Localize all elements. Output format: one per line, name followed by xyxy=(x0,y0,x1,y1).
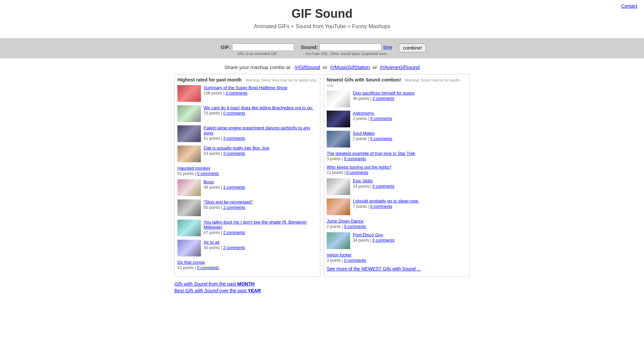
share-link-animegif[interactable]: /r/AnimeGifSound xyxy=(380,64,420,70)
gif-comments-link[interactable]: 0 comments xyxy=(370,204,392,209)
gif-comments-link[interactable]: 0 comments xyxy=(373,238,394,243)
see-more-newest-link[interactable]: See more of the NEWEST Gifs with Sound .… xyxy=(327,266,421,272)
gif-title-link[interactable]: Post-Disco Guy xyxy=(353,232,394,237)
gif-thumbnail xyxy=(327,111,350,127)
gif-meta: 24 points | 0 comments xyxy=(353,184,394,189)
site-title: GIF Sound xyxy=(0,7,644,21)
highest-rated-header: Highest rated for past month Warning: So… xyxy=(177,77,317,82)
list-item: Who keeps turning out the lights?11 poin… xyxy=(327,165,467,175)
list-item: Astronomy.2 points | 0 comments xyxy=(327,111,467,127)
sound-hint: YouTube URL. Other sound types supported… xyxy=(301,52,392,56)
gif-comments-link[interactable]: 0 comments xyxy=(197,171,219,176)
gif-title-link[interactable]: You talkin bout me I don't see the shade… xyxy=(204,220,317,230)
gif-meta: 3 points | 0 comments xyxy=(327,157,415,161)
share-text: Share your mashup combo at xyxy=(224,64,290,70)
gif-comments-link[interactable]: 2 comments xyxy=(223,205,245,210)
gif-comments-link[interactable]: 0 comments xyxy=(370,136,392,141)
bottom-links: Gifs with Sound from the past MONTH Best… xyxy=(171,281,473,293)
newest-gifs-list: Dog sacrifices himself for puppy46 point… xyxy=(327,90,467,263)
tagline: Animated GIFs + Sound from YouTube = Fun… xyxy=(0,23,644,29)
gif-meta: 2 points | 0 comments xyxy=(327,224,366,229)
list-item: Do that conga41 points | 0 comments xyxy=(177,260,317,270)
gif-title-link[interactable]: Haunted monkey xyxy=(177,166,219,171)
list-item: Boop49 points | 1 comments xyxy=(177,179,317,196)
gif-meta: 106 points | 3 comments xyxy=(204,91,287,96)
gif-title-link[interactable]: Soul Mates xyxy=(353,131,392,136)
gif-title-link[interactable]: Who keeps turning out the lights? xyxy=(327,165,391,170)
year-archive-link[interactable]: Best Gifs with Sound over the past YEAR xyxy=(174,288,261,293)
gif-comments-link[interactable]: 3 comments xyxy=(223,136,245,141)
gif-title-link[interactable]: melon fucker xyxy=(327,252,366,257)
gif-title-link[interactable]: The greatest example of true love in Sta… xyxy=(327,151,415,156)
list-item: Soul Mates2 points | 0 comments xyxy=(327,131,467,147)
gif-thumbnail xyxy=(177,199,201,216)
gif-comments-link[interactable]: 0 comments xyxy=(346,170,368,175)
list-item: Failed siege engine experiment dances pe… xyxy=(177,125,317,142)
gif-input[interactable] xyxy=(232,44,294,51)
gif-label: GIF: xyxy=(221,44,231,50)
gif-comments-link[interactable]: 0 comments xyxy=(370,116,392,121)
highest-rated-warning: Warning: Some links may be for adults on… xyxy=(246,78,317,82)
list-item: Summary of the Super Bowl Halftime Show1… xyxy=(177,85,317,102)
gif-comments-link[interactable]: 3 comments xyxy=(223,151,245,156)
gif-title-link[interactable]: Summary of the Super Bowl Halftime Show xyxy=(204,85,287,90)
gif-title-link[interactable]: Jump Down Dance xyxy=(327,219,366,224)
list-item: "Stop and be recognised"50 points | 2 co… xyxy=(177,199,317,216)
gif-title-link[interactable]: Air to air xyxy=(204,240,245,245)
gif-meta: 46 points | 2 comments xyxy=(353,96,415,101)
gif-meta: 70 points | 0 comments xyxy=(204,111,313,116)
gif-title-link[interactable]: Dali is actually really into Bon Jovi xyxy=(204,145,269,150)
gif-comments-link[interactable]: 2 comments xyxy=(223,230,245,235)
list-item: You talkin bout me I don't see the shade… xyxy=(177,220,317,236)
gif-meta: 49 points | 1 comments xyxy=(204,185,245,190)
gif-meta: 53 points | 3 comments xyxy=(204,151,269,156)
highest-rated-panel: Highest rated for past month Warning: So… xyxy=(174,74,320,277)
month-archive-link[interactable]: Gifs with Sound from the past MONTH xyxy=(174,281,255,287)
gif-comments-link[interactable]: 1 comments xyxy=(223,185,245,190)
gif-meta: 34 points | 0 comments xyxy=(353,238,394,243)
gif-comments-link[interactable]: 3 comments xyxy=(225,91,247,96)
gif-thumbnail xyxy=(327,198,350,215)
sound-input[interactable] xyxy=(319,44,381,51)
list-item: I should probably go to sleep now.7 poin… xyxy=(327,198,467,215)
gif-comments-link[interactable]: 0 comments xyxy=(344,258,366,263)
gif-comments-link[interactable]: 0 comments xyxy=(373,184,394,189)
gif-meta: 47 points | 2 comments xyxy=(204,230,317,235)
list-item: The greatest example of true love in Sta… xyxy=(327,151,467,161)
gif-thumbnail xyxy=(177,105,201,122)
gif-title-link[interactable]: Epic Skillz xyxy=(353,178,394,183)
contact-link[interactable]: Contact xyxy=(621,3,637,9)
list-item: We cant do it man! thats like telling Br… xyxy=(177,105,317,122)
newest-gifs-header: Newest Gifs with Sound combos! Warning: … xyxy=(327,77,467,88)
gif-title-link[interactable]: Boop xyxy=(204,179,245,184)
share-link-gifsound[interactable]: /r/GifSound xyxy=(294,64,320,70)
gif-meta: 2 points | 0 comments xyxy=(353,136,392,141)
gif-title-link[interactable]: Dog sacrifices himself for puppy xyxy=(353,90,415,96)
gif-thumbnail xyxy=(177,145,201,162)
gif-title-link[interactable]: Astronomy. xyxy=(353,111,392,116)
share-link-musicgif[interactable]: /r/MusicGifStation xyxy=(330,64,370,70)
gif-thumbnail xyxy=(327,90,350,107)
gif-comments-link[interactable]: 0 comments xyxy=(344,157,366,161)
gif-title-link[interactable]: "Stop and be recognised" xyxy=(204,199,253,204)
combine-button[interactable]: combine! xyxy=(399,44,426,52)
gif-title-link[interactable]: Do that conga xyxy=(177,260,219,265)
gif-comments-link[interactable]: 2 comments xyxy=(223,245,245,250)
gif-meta: 7 points | 0 comments xyxy=(353,204,419,209)
list-item: Jump Down Dance2 points | 0 comments xyxy=(327,219,467,229)
list-item: Dog sacrifices himself for puppy46 point… xyxy=(327,90,467,107)
gif-comments-link[interactable]: 2 comments xyxy=(373,96,394,101)
gif-title-link[interactable]: We cant do it man! thats like telling Br… xyxy=(204,105,313,110)
list-item: melon fucker3 points | 0 comments xyxy=(327,252,467,263)
gif-thumbnail xyxy=(177,85,201,102)
gif-title-link[interactable]: Failed siege engine experiment dances pe… xyxy=(204,125,317,135)
gif-thumbnail xyxy=(177,179,201,196)
gif-title-link[interactable]: I should probably go to sleep now. xyxy=(353,198,419,203)
gif-comments-link[interactable]: 0 comments xyxy=(223,111,245,116)
gif-comments-link[interactable]: 0 comments xyxy=(197,265,219,270)
gif-meta: 41 points | 0 comments xyxy=(177,265,219,270)
list-item: Epic Skillz24 points | 0 comments xyxy=(327,178,467,195)
time-link[interactable]: time xyxy=(383,45,392,50)
gif-comments-link[interactable]: 0 comments xyxy=(344,224,366,229)
list-item: Haunted monkey52 points | 0 comments xyxy=(177,166,317,176)
